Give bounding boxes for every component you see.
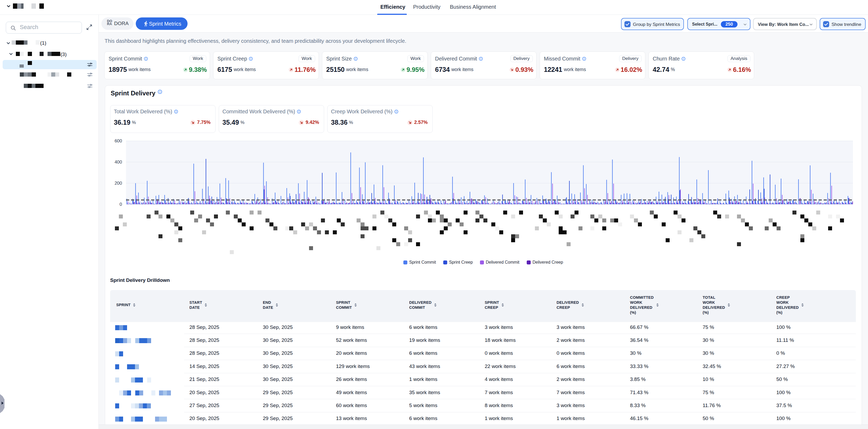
svg-text:200: 200 [115, 181, 122, 186]
svg-text:0: 0 [120, 202, 122, 207]
svg-text:400: 400 [115, 159, 122, 164]
svg-text:600: 600 [115, 139, 122, 144]
